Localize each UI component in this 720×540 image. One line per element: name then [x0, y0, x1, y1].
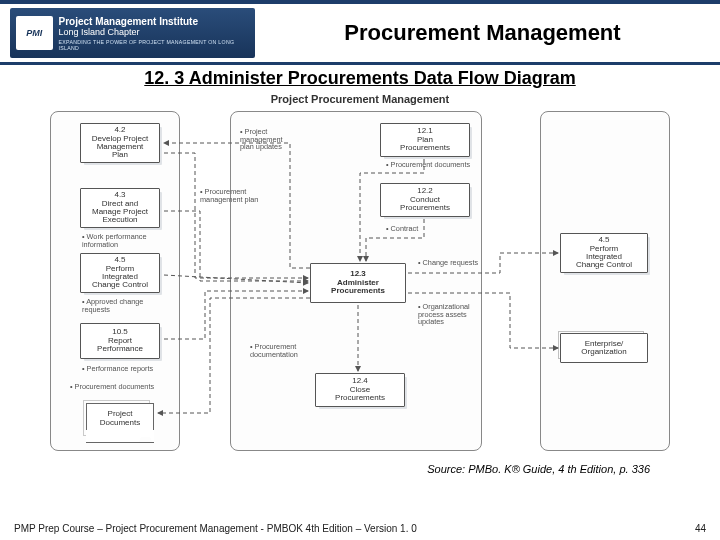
source-citation: Source: PMBo. K® Guide, 4 th Edition, p.… — [40, 463, 680, 475]
header: PMI Project Management Institute Long Is… — [0, 0, 720, 62]
page-title: Procurement Management — [255, 20, 710, 46]
footer-left: PMP Prep Course – Project Procurement Ma… — [14, 523, 417, 534]
box-project-documents: Project Documents — [86, 403, 154, 437]
box-4-2: 4.2 Develop Project Management Plan — [80, 123, 160, 163]
box-4-5: 4.5 Perform Integrated Change Control — [80, 253, 160, 293]
logo-text: Project Management Institute Long Island… — [59, 16, 249, 51]
box-12-3: 12.3 Administer Procurements — [310, 263, 406, 303]
label-perf: Performance reports — [82, 365, 178, 373]
pane-right — [540, 111, 670, 451]
footer-page: 44 — [695, 523, 706, 534]
diagram-canvas: Project Procurement Management 4.2 Devel… — [40, 93, 680, 463]
chapter-name: Long Island Chapter — [59, 27, 249, 37]
label-pmp-updates: Project management plan updates — [240, 128, 340, 151]
label-procdocs-in: Procurement documents — [386, 161, 486, 169]
box-10-5: 10.5 Report Performance — [80, 323, 160, 359]
label-pm-plan: Procurement management plan — [200, 188, 300, 203]
label-contract: Contract — [386, 225, 466, 233]
section-title: 12. 3 Administer Procurements Data Flow … — [40, 68, 680, 89]
label-change-requests: Change requests — [418, 259, 508, 267]
header-main: PMI Project Management Institute Long Is… — [0, 4, 720, 62]
logo: PMI Project Management Institute Long Is… — [10, 8, 255, 58]
label-proc-documentation: Procurement documentation — [250, 343, 330, 358]
label-acr: Approved change requests — [82, 298, 178, 313]
tagline: EXPANDING THE POWER OF PROJECT MANAGEMEN… — [59, 39, 249, 51]
org-name: Project Management Institute — [59, 16, 249, 27]
label-opa-updates: Organizational process assets updates — [418, 303, 508, 326]
label-wpi: Work performance information — [82, 233, 178, 248]
header-rule-bot — [0, 62, 720, 65]
footer: PMP Prep Course – Project Procurement Ma… — [0, 523, 720, 534]
box-4-3: 4.3 Direct and Manage Project Execution — [80, 188, 160, 228]
box-12-1: 12.1 Plan Procurements — [380, 123, 470, 157]
label-procdocs-out: Procurement documents — [70, 383, 180, 391]
logo-mark: PMI — [16, 16, 53, 50]
content: 12. 3 Administer Procurements Data Flow … — [0, 62, 720, 475]
box-enterprise: Enterprise/ Organization — [560, 333, 648, 363]
box-12-4: 12.4 Close Procurements — [315, 373, 405, 407]
box-12-2: 12.2 Conduct Procurements — [380, 183, 470, 217]
diagram-title: Project Procurement Management — [40, 93, 680, 105]
box-4-5-right: 4.5 Perform Integrated Change Control — [560, 233, 648, 273]
